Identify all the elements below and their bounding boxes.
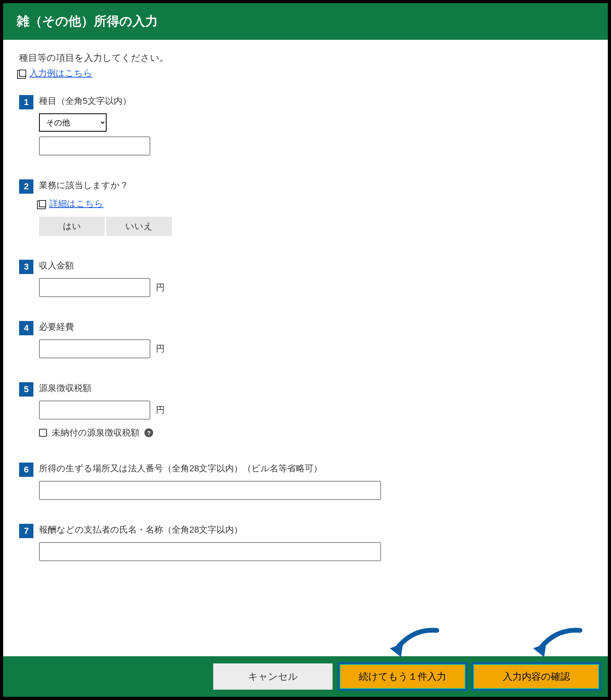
detail-link[interactable]: 詳細はこちら — [49, 198, 103, 210]
step-6-number: 6 — [19, 463, 33, 477]
intro-text: 種目等の項目を入力してください。 — [19, 52, 592, 64]
step-7-number: 7 — [19, 524, 33, 538]
unpaid-checkbox[interactable] — [39, 429, 47, 437]
example-link[interactable]: 入力例はこちら — [29, 67, 92, 79]
svg-marker-1 — [533, 644, 546, 657]
continue-button[interactable]: 続けてもう１件入力 — [339, 663, 466, 690]
step-5-number: 5 — [19, 382, 33, 397]
step-2-label: 業務に該当しますか？ — [39, 179, 592, 191]
step-4-number: 4 — [19, 321, 33, 335]
unit-yen: 円 — [156, 404, 165, 416]
step-3-number: 3 — [19, 260, 33, 274]
location-input[interactable] — [39, 481, 381, 500]
svg-marker-0 — [390, 644, 403, 657]
cancel-button[interactable]: キャンセル — [213, 663, 333, 690]
step-5-label: 源泉徴収税額 — [39, 382, 592, 394]
type-select[interactable]: その他 — [39, 113, 107, 132]
unit-yen: 円 — [156, 282, 165, 294]
expense-input[interactable] — [39, 339, 150, 358]
withholding-input[interactable] — [39, 401, 150, 420]
unit-yen: 円 — [156, 343, 165, 355]
unpaid-label: 未納付の源泉徴収税額 — [52, 427, 140, 439]
payer-input[interactable] — [39, 542, 381, 561]
type-text-input[interactable] — [39, 136, 150, 156]
step-4-label: 必要経費 — [39, 321, 592, 333]
page-title: 雑（その他）所得の入力 — [3, 3, 608, 40]
step-6-label: 所得の生ずる場所又は法人番号（全角28文字以内）（ビル名等省略可） — [39, 463, 592, 474]
help-icon[interactable]: ? — [144, 428, 153, 437]
step-2-number: 2 — [19, 179, 33, 194]
step-1-number: 1 — [19, 95, 33, 109]
step-7-label: 報酬などの支払者の氏名・名称（全角28文字以内） — [39, 524, 592, 536]
step-1-label: 種目（全角5文字以内） — [39, 95, 592, 107]
document-icon — [19, 70, 26, 77]
step-3-label: 収入金額 — [39, 260, 592, 272]
income-input[interactable] — [39, 278, 150, 297]
document-icon — [39, 200, 46, 207]
no-button[interactable]: いいえ — [106, 217, 172, 236]
yes-button[interactable]: はい — [39, 217, 105, 236]
confirm-button[interactable]: 入力内容の確認 — [473, 663, 600, 690]
